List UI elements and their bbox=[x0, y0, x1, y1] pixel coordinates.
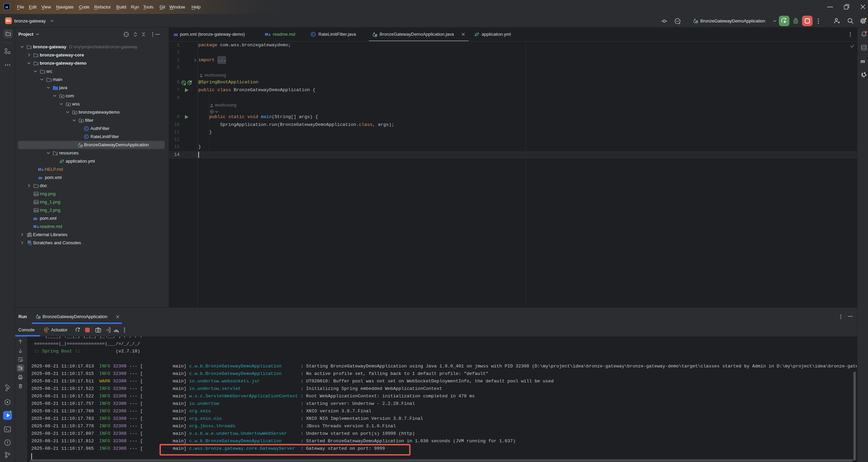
svg-text:M: M bbox=[33, 225, 36, 229]
svg-text:C: C bbox=[85, 135, 88, 138]
svg-text:C: C bbox=[312, 32, 315, 36]
svg-text:M: M bbox=[265, 32, 268, 36]
svg-text:C: C bbox=[85, 127, 88, 130]
svg-text:m: m bbox=[38, 175, 43, 180]
svg-text:m: m bbox=[861, 58, 865, 64]
svg-text:m: m bbox=[33, 216, 37, 221]
svg-text:IJ: IJ bbox=[5, 5, 8, 9]
svg-text:m: m bbox=[174, 32, 178, 37]
svg-text:M: M bbox=[38, 167, 41, 171]
